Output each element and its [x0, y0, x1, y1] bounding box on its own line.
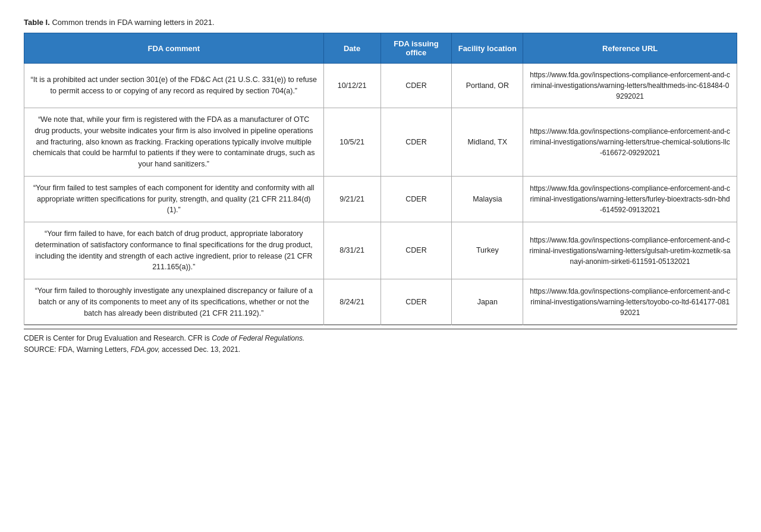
cell-issuing-office: CDER [380, 108, 452, 177]
cell-date: 8/24/21 [323, 279, 380, 325]
main-table: FDA comment Date FDA issuing office Faci… [24, 33, 737, 325]
table-row: “We note that, while your firm is regist… [24, 108, 737, 177]
cell-comment: “Your firm failed to thoroughly investig… [24, 279, 324, 325]
table-row: “Your firm failed to thoroughly investig… [24, 279, 737, 325]
header-date: Date [323, 33, 380, 64]
cell-date: 8/31/21 [323, 222, 380, 279]
header-reference-url: Reference URL [523, 33, 737, 64]
cell-reference-url: https://www.fda.gov/inspections-complian… [523, 279, 737, 325]
cell-comment: “Your firm failed to test samples of eac… [24, 176, 324, 222]
cell-facility-location: Japan [452, 279, 523, 325]
cell-reference-url: https://www.fda.gov/inspections-complian… [523, 222, 737, 279]
cell-issuing-office: CDER [380, 64, 452, 108]
cell-date: 10/12/21 [323, 64, 380, 108]
cell-issuing-office: CDER [380, 279, 452, 325]
cell-reference-url: https://www.fda.gov/inspections-complian… [523, 64, 737, 108]
table-title: Table I. Common trends in FDA warning le… [24, 18, 737, 27]
cell-issuing-office: CDER [380, 176, 452, 222]
cell-facility-location: Malaysia [452, 176, 523, 222]
cell-reference-url: https://www.fda.gov/inspections-complian… [523, 176, 737, 222]
cell-comment: “We note that, while your firm is regist… [24, 108, 324, 177]
cell-date: 9/21/21 [323, 176, 380, 222]
cell-reference-url: https://www.fda.gov/inspections-complian… [523, 108, 737, 177]
cell-comment: “It is a prohibited act under section 30… [24, 64, 324, 108]
header-issuing-office: FDA issuing office [380, 33, 452, 64]
cell-facility-location: Midland, TX [452, 108, 523, 177]
footnote: CDER is Center for Drug Evaluation and R… [24, 329, 737, 355]
header-facility-location: Facility location [452, 33, 523, 64]
footnote-line2: SOURCE: FDA, Warning Letters, FDA.gov, a… [24, 344, 737, 355]
footnote-line1: CDER is Center for Drug Evaluation and R… [24, 333, 737, 344]
header-comment: FDA comment [24, 33, 324, 64]
table-row: “Your firm failed to test samples of eac… [24, 176, 737, 222]
cell-facility-location: Portland, OR [452, 64, 523, 108]
cell-date: 10/5/21 [323, 108, 380, 177]
cell-facility-location: Turkey [452, 222, 523, 279]
cell-issuing-office: CDER [380, 222, 452, 279]
table-row: “It is a prohibited act under section 30… [24, 64, 737, 108]
table-row: “Your firm failed to have, for each batc… [24, 222, 737, 279]
table-header-row: FDA comment Date FDA issuing office Faci… [24, 33, 737, 64]
cell-comment: “Your firm failed to have, for each batc… [24, 222, 324, 279]
